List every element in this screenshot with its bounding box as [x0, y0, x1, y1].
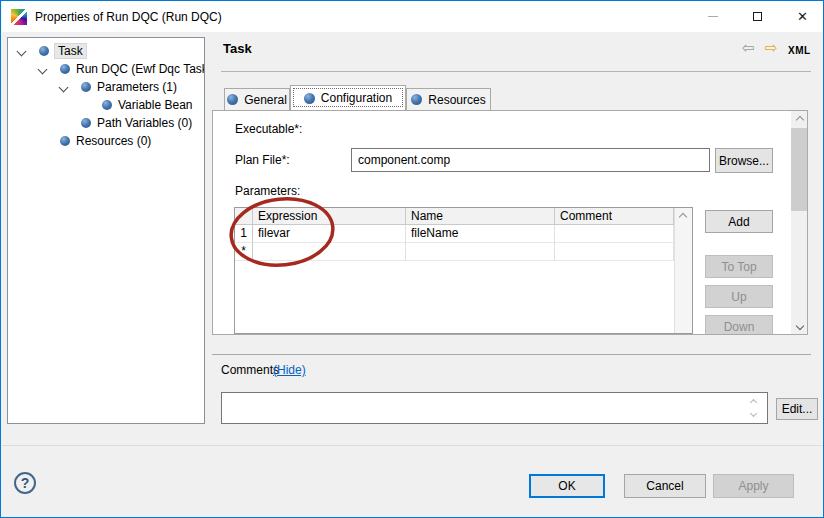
tree-item-path-variables[interactable]: Path Variables (0)	[81, 114, 192, 132]
maximize-icon	[753, 12, 762, 21]
maximize-button[interactable]	[735, 1, 780, 32]
help-icon[interactable]: ?	[14, 472, 36, 494]
comment-cell[interactable]	[555, 225, 674, 243]
tree-item-label: Parameters (1)	[97, 80, 177, 94]
column-header-expression[interactable]: Expression	[253, 208, 406, 225]
window-title: Properties of Run DQC (Run DQC)	[35, 10, 222, 24]
edit-comments-button[interactable]: Edit...	[776, 398, 818, 420]
node-icon	[102, 100, 112, 110]
tab-resources[interactable]: Resources	[406, 88, 491, 110]
forward-arrow-icon[interactable]: ⇨	[765, 40, 778, 56]
tree-item-label: Task	[55, 44, 86, 58]
browse-button[interactable]: Browse...	[715, 148, 773, 173]
node-icon	[60, 136, 70, 146]
tree-item-run-dqc[interactable]: Run DQC (Ewf Dqc Task)	[39, 60, 205, 78]
xml-view-link[interactable]: XML	[788, 45, 811, 56]
close-icon: ✕	[797, 10, 808, 23]
plan-file-label: Plan File*:	[235, 153, 290, 167]
configuration-panel: Executable*: Plan File*: Browse... Param…	[212, 110, 808, 335]
tree-item-label: Resources (0)	[76, 134, 151, 148]
app-icon	[11, 9, 27, 25]
header-divider	[221, 71, 811, 72]
title-bar: Properties of Run DQC (Run DQC) ✕	[2, 1, 823, 32]
row-number-header	[235, 208, 253, 225]
tree-item-resources[interactable]: Resources (0)	[60, 132, 151, 150]
name-cell[interactable]	[406, 243, 555, 261]
cancel-button[interactable]: Cancel	[624, 474, 706, 498]
up-button: Up	[705, 285, 773, 308]
row-number-cell: 1	[235, 225, 253, 243]
ok-button[interactable]: OK	[529, 474, 605, 498]
page-title: Task	[223, 41, 252, 56]
comment-scroll-up-icon	[745, 397, 761, 407]
comments-label: Comments	[221, 363, 279, 377]
node-icon	[39, 46, 49, 56]
tree-item-parameters[interactable]: Parameters (1)	[60, 78, 177, 96]
scrollbar-thumb[interactable]	[791, 128, 808, 211]
apply-button: Apply	[713, 474, 794, 498]
scroll-up-icon[interactable]	[791, 111, 808, 128]
tab-configuration[interactable]: Configuration	[290, 85, 406, 110]
tab-label: General	[244, 93, 287, 107]
tab-label: Resources	[428, 93, 485, 107]
footer-divider	[2, 445, 824, 446]
node-icon	[60, 64, 70, 74]
node-icon	[81, 82, 91, 92]
parameters-label: Parameters:	[235, 184, 300, 198]
table-row: 1 filevar fileName	[235, 225, 692, 243]
tree-item-task[interactable]: Task	[18, 42, 86, 60]
table-scrollbar[interactable]	[674, 208, 692, 333]
tab-icon	[304, 93, 315, 104]
minimize-icon	[708, 16, 718, 17]
expression-cell[interactable]	[253, 243, 406, 261]
to-top-button: To Top	[705, 255, 773, 278]
tab-icon	[411, 94, 422, 105]
down-button: Down	[705, 315, 773, 335]
table-header-row: Expression Name Comment	[235, 208, 692, 225]
scroll-up-icon	[679, 213, 687, 221]
hide-comments-link[interactable]: (Hide)	[273, 363, 306, 377]
expander-icon[interactable]	[17, 46, 27, 56]
table-row-new: *	[235, 243, 692, 261]
node-icon	[81, 118, 91, 128]
tab-icon	[227, 94, 238, 105]
tab-general[interactable]: General	[224, 88, 290, 110]
minimize-button[interactable]	[690, 1, 735, 32]
add-button[interactable]: Add	[705, 210, 773, 233]
name-cell[interactable]: fileName	[406, 225, 555, 243]
tree-item-label: Variable Bean	[118, 98, 193, 112]
back-arrow-icon[interactable]: ⇦	[742, 40, 755, 56]
properties-dialog: Properties of Run DQC (Run DQC) ✕ Task R…	[0, 0, 824, 518]
tree-item-label: Run DQC (Ewf Dqc Task)	[76, 62, 205, 76]
parameters-table: Expression Name Comment 1 filevar fileNa…	[234, 207, 693, 334]
expander-icon[interactable]	[59, 82, 69, 92]
plan-file-input[interactable]	[351, 148, 710, 172]
comment-scroll-down-icon	[745, 408, 761, 418]
close-button[interactable]: ✕	[780, 1, 824, 32]
column-header-comment[interactable]: Comment	[555, 208, 674, 225]
task-tree: Task Run DQC (Ewf Dqc Task) Parameters (…	[7, 37, 205, 424]
row-number-cell: *	[235, 243, 253, 261]
expander-icon[interactable]	[38, 64, 48, 74]
panel-scrollbar[interactable]	[791, 111, 808, 334]
executable-label: Executable*:	[235, 122, 302, 136]
tree-item-variable-bean[interactable]: Variable Bean	[102, 96, 193, 114]
comments-textarea[interactable]	[221, 392, 768, 424]
comments-divider	[212, 354, 811, 355]
comment-cell[interactable]	[555, 243, 674, 261]
column-header-name[interactable]: Name	[406, 208, 555, 225]
tree-item-label: Path Variables (0)	[97, 116, 192, 130]
tab-label: Configuration	[321, 91, 392, 105]
expression-cell[interactable]: filevar	[253, 225, 406, 243]
scroll-down-icon[interactable]	[791, 317, 808, 334]
